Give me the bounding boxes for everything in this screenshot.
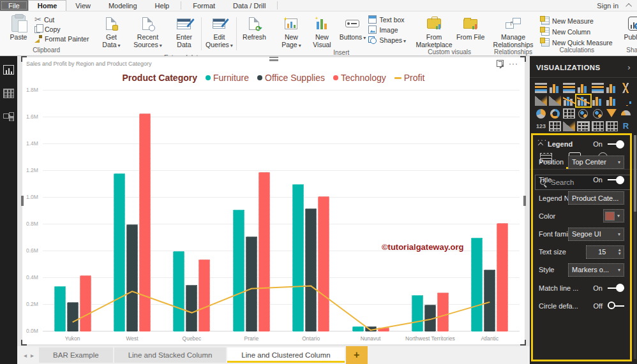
from-marketplace-button[interactable]: From Marketplace [414, 13, 454, 48]
viz-icon-ribbon-chart[interactable] [592, 96, 604, 106]
focus-mode-icon[interactable] [497, 60, 504, 67]
viz-icon-funnel[interactable] [606, 109, 617, 117]
viz-icon-treemap[interactable] [563, 108, 575, 119]
viz-icon-area-chart[interactable] [535, 96, 547, 106]
legend-name-field[interactable]: Product Cate... [568, 191, 624, 205]
menu-tab-home[interactable]: Home [28, 0, 67, 11]
viz-icon-clustered-column-chart[interactable] [577, 83, 589, 93]
line-clustered-column-visual[interactable]: ··· Sales and Profit by Region and Produ… [22, 57, 525, 344]
page-tab-line-and-clustered-column[interactable]: Line and Clustered Column [227, 347, 344, 363]
more-options-icon[interactable]: ··· [509, 61, 518, 66]
viz-icon-donut-chart[interactable] [550, 109, 560, 119]
step-down-icon[interactable]: ▼ [618, 252, 622, 256]
paste-button[interactable]: Paste [4, 13, 33, 41]
page-nav-next-icon[interactable]: ▸ [31, 352, 34, 359]
viz-icon-r-script-visual[interactable]: R [620, 121, 632, 131]
enter-data-button[interactable]: Enter Data [169, 13, 199, 48]
viz-icon-stacked-column-chart[interactable] [549, 83, 561, 93]
legend-toggle[interactable] [608, 140, 624, 149]
menu-tab-format[interactable]: Format [184, 0, 224, 11]
viz-icon-line-and-clustered-column-chart[interactable] [577, 96, 589, 106]
format-painter-button[interactable]: Format Painter [34, 35, 89, 43]
model-view-icon[interactable] [3, 112, 14, 122]
viz-icon-100-stacked-column-chart[interactable] [606, 83, 618, 93]
recent-sources-button[interactable]: Recent Sources [127, 13, 168, 49]
from-file-button[interactable]: From File [456, 13, 485, 41]
copy-button[interactable]: Copy [34, 25, 89, 33]
new-page-button[interactable]: New Page [276, 13, 306, 49]
menu-tab-help[interactable]: Help [146, 0, 179, 11]
legend-item-office-supplies[interactable]: Office Supplies [257, 73, 325, 83]
viz-icon-stacked-area-chart[interactable] [549, 96, 561, 106]
x-tick-label: West [102, 335, 161, 342]
viz-icon-line-chart[interactable] [620, 83, 632, 93]
viz-icon-filled-map[interactable] [593, 109, 603, 119]
buttons-button[interactable]: Buttons [338, 13, 367, 42]
title-toggle[interactable] [608, 176, 624, 184]
viz-icon-map[interactable] [578, 109, 588, 119]
new-column-button[interactable]: New Column [541, 27, 613, 36]
viz-icon-card[interactable]: 123 [535, 121, 547, 131]
page-nav-prev-icon[interactable]: ◂ [24, 352, 27, 359]
viz-icon-clustered-bar-chart[interactable] [563, 83, 575, 93]
report-view-icon[interactable] [3, 65, 14, 75]
x-tick-label: Yukon [43, 335, 102, 342]
viz-icon-matrix[interactable] [606, 121, 618, 131]
legend-section-header[interactable]: Legend On [533, 135, 630, 153]
x-tick-label: Atlantic [460, 335, 520, 342]
cut-button[interactable]: ✂ Cut [34, 15, 89, 24]
new-quick-measure-button[interactable]: New Quick Measure [541, 38, 613, 47]
font-family-dropdown[interactable]: Segoe UI ▾ [568, 228, 624, 241]
legend-item-furniture[interactable]: Furniture [206, 73, 249, 83]
menu-tab-file[interactable]: File [0, 0, 28, 11]
resize-handle-right[interactable] [523, 196, 526, 206]
collapse-ribbon-icon[interactable] [626, 3, 632, 10]
text-size-stepper[interactable]: 15 ▲▼ [586, 245, 624, 259]
get-data-button[interactable]: Get Data [96, 13, 126, 49]
format-painter-icon [34, 35, 42, 43]
page-tab-line-and-stacked-column[interactable]: Line and Stacked Column [114, 347, 227, 363]
circle-default-toggle[interactable] [608, 302, 624, 310]
legend-item-technology[interactable]: Technology [333, 73, 386, 83]
viz-icon-multi-row-card[interactable] [549, 121, 561, 131]
color-picker[interactable]: ▾ [603, 209, 624, 222]
viz-icon-slicer[interactable] [577, 121, 589, 131]
viz-icon-100-stacked-bar-chart[interactable] [592, 83, 604, 93]
panel-scrollbar[interactable] [634, 135, 636, 359]
menu-tab-data-drill[interactable]: Data / Drill [224, 0, 274, 11]
new-measure-button[interactable]: New Measure [541, 17, 613, 25]
new-page-tab-button[interactable]: + [346, 346, 368, 364]
match-line-toggle[interactable] [608, 284, 624, 292]
menu-tab-view[interactable]: View [66, 0, 100, 11]
viz-icon-waterfall-chart[interactable] [606, 96, 618, 106]
new-visual-button[interactable]: New Visual [307, 13, 336, 48]
legend-item-profit[interactable]: Profit [394, 73, 425, 83]
publish-button[interactable]: Publish [620, 13, 637, 41]
manage-relationships-button[interactable]: Manage Relationships [493, 13, 534, 48]
resize-handle-left[interactable] [21, 196, 24, 206]
position-dropdown[interactable]: Top Center ▾ [568, 156, 624, 169]
shapes-button[interactable]: Shapes [368, 36, 406, 44]
color-swatch [605, 212, 615, 221]
refresh-button[interactable]: ⟳ Refresh [239, 13, 269, 41]
style-dropdown[interactable]: Markers o... ▾ [568, 263, 624, 277]
menu-tab-modeling[interactable]: Modeling [100, 0, 146, 11]
y-tick-label: 0.0M [26, 328, 38, 334]
visual-drag-handle[interactable] [269, 57, 278, 61]
edit-queries-button[interactable]: Edit Queries [204, 13, 234, 49]
viz-icon-scatter-chart[interactable] [620, 96, 632, 106]
viz-icon-line-and-stacked-column-chart[interactable] [563, 96, 575, 106]
viz-icon-gauge[interactable] [621, 110, 631, 115]
sign-in-link[interactable]: Sign in [597, 2, 618, 10]
y-tick-label: 1.0M [26, 194, 38, 200]
viz-icon-stacked-bar-chart[interactable] [535, 83, 547, 93]
text-box-button[interactable]: Text box [368, 15, 406, 24]
viz-icon-table[interactable] [592, 121, 604, 131]
image-button[interactable]: Image [368, 25, 406, 34]
collapse-panel-icon[interactable]: › [627, 62, 631, 72]
y-tick-label: 1.8M [26, 87, 38, 93]
viz-icon-kpi[interactable] [563, 121, 575, 131]
page-tab-bar-example[interactable]: BAR Example [39, 347, 113, 363]
data-view-icon[interactable] [3, 89, 14, 98]
viz-icon-pie-chart[interactable] [536, 109, 546, 119]
